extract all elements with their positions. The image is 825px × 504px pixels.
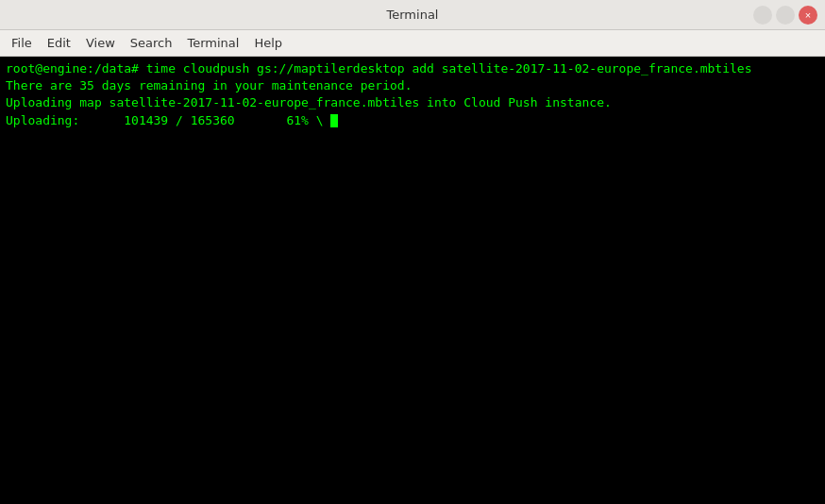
terminal-window: Terminal − □ × File Edit View Search Ter…	[0, 0, 825, 504]
terminal-cursor	[330, 114, 338, 127]
terminal-line-4: Uploading: 101439 / 165360 61% \	[6, 112, 819, 129]
close-button[interactable]: ×	[799, 6, 817, 25]
menu-search[interactable]: Search	[123, 33, 180, 53]
minimize-button[interactable]: −	[753, 6, 772, 25]
menu-help[interactable]: Help	[246, 33, 290, 53]
menu-terminal[interactable]: Terminal	[179, 33, 246, 53]
menu-edit[interactable]: Edit	[40, 33, 78, 53]
menu-view[interactable]: View	[78, 33, 123, 53]
maximize-button[interactable]: □	[776, 6, 795, 25]
terminal-content[interactable]: root@engine:/data# time cloudpush gs://m…	[0, 57, 825, 504]
terminal-line-2: There are 35 days remaining in your main…	[6, 77, 819, 94]
title-bar: Terminal − □ ×	[0, 0, 825, 30]
terminal-line-3: Uploading map satellite-2017-11-02-europ…	[6, 94, 819, 111]
title-bar-controls: − □ ×	[753, 6, 817, 25]
menu-bar: File Edit View Search Terminal Help	[0, 30, 825, 57]
window-title: Terminal	[387, 8, 439, 22]
terminal-line-1: root@engine:/data# time cloudpush gs://m…	[6, 60, 819, 77]
menu-file[interactable]: File	[4, 33, 40, 53]
